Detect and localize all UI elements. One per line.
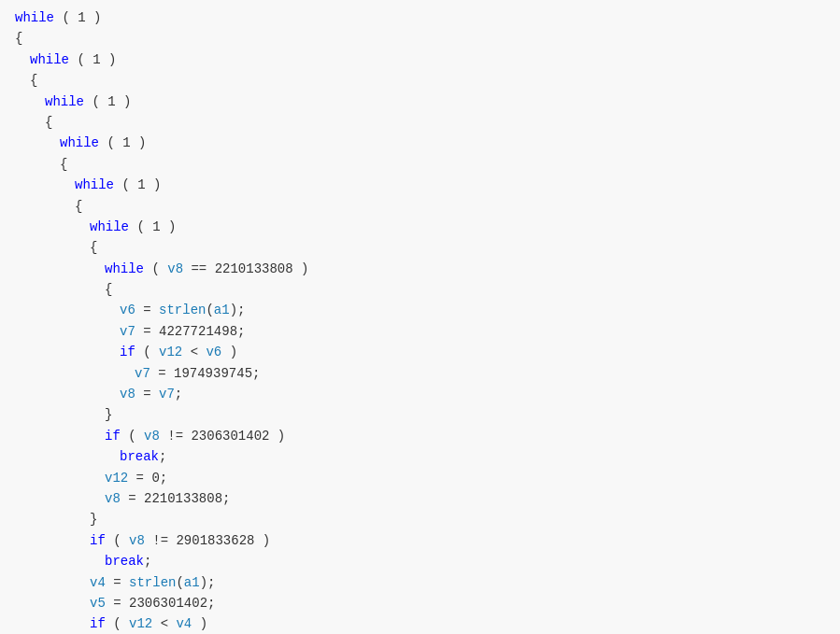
punc-token: = bbox=[106, 572, 129, 593]
table-row: v8 = 2210133808; bbox=[0, 488, 840, 509]
var-token: a1 bbox=[184, 572, 200, 593]
table-row: { bbox=[0, 70, 840, 91]
table-row: if ( v12 < v4 ) bbox=[0, 613, 840, 634]
var-token: v6 bbox=[206, 342, 221, 362]
kw-token: while bbox=[30, 49, 69, 70]
punc-token: ) bbox=[221, 342, 237, 362]
var-token: v8 bbox=[129, 530, 145, 551]
var-token: v12 bbox=[129, 613, 152, 634]
kw-token: while bbox=[75, 175, 114, 195]
punc-token: = 2306301402; bbox=[106, 593, 216, 613]
punc-token: = 1974939745; bbox=[150, 363, 261, 384]
punc-token: { bbox=[45, 112, 52, 133]
table-row: v4 = strlen(a1); bbox=[0, 572, 840, 593]
punc-token: { bbox=[105, 279, 112, 300]
func-token: strlen bbox=[129, 572, 176, 593]
kw-token: while bbox=[60, 133, 99, 153]
punc-token: ( bbox=[206, 300, 213, 320]
punc-token: ( bbox=[144, 259, 167, 279]
punc-token: ) bbox=[192, 613, 207, 634]
kw-token: while bbox=[105, 259, 144, 279]
punc-token: = 0; bbox=[128, 468, 167, 488]
punc-token: ( 1 ) bbox=[129, 217, 176, 237]
punc-token: ); bbox=[200, 572, 216, 593]
var-token: v7 bbox=[159, 384, 175, 404]
punc-token: = bbox=[135, 384, 159, 404]
var-token: v8 bbox=[144, 426, 160, 446]
var-token: v7 bbox=[135, 363, 150, 384]
punc-token: ( 1 ) bbox=[69, 49, 116, 70]
punc-token: = 4227721498; bbox=[135, 321, 246, 342]
kw-token: while bbox=[90, 217, 129, 237]
punc-token: ( 1 ) bbox=[114, 175, 161, 195]
var-token: v5 bbox=[90, 593, 106, 613]
table-row: while ( 1 ) bbox=[0, 49, 840, 70]
punc-token: ( bbox=[106, 613, 129, 634]
table-row: { bbox=[0, 28, 840, 49]
table-row: { bbox=[0, 112, 840, 133]
var-token: v8 bbox=[105, 488, 121, 509]
table-row: v8 = v7; bbox=[0, 384, 840, 404]
punc-token: ; bbox=[144, 551, 151, 571]
var-token: v7 bbox=[120, 321, 135, 342]
table-row: v6 = strlen(a1); bbox=[0, 300, 840, 320]
punc-token: ; bbox=[175, 384, 182, 404]
punc-token: } bbox=[90, 509, 97, 529]
kw-token: if bbox=[90, 530, 106, 551]
table-row: while ( 1 ) bbox=[0, 175, 840, 195]
kw-token: if bbox=[120, 342, 135, 362]
punc-token: < bbox=[152, 613, 176, 634]
kw-token: while bbox=[15, 7, 54, 28]
punc-token: ( 1 ) bbox=[84, 92, 131, 112]
punc-token: { bbox=[60, 154, 67, 175]
kw-token: while bbox=[45, 92, 84, 112]
var-token: v8 bbox=[120, 384, 135, 404]
func-token: strlen bbox=[159, 300, 206, 320]
punc-token: == 2210133808 ) bbox=[183, 259, 308, 279]
punc-token: ( bbox=[121, 426, 144, 446]
table-row: while ( 1 ) bbox=[0, 133, 840, 153]
punc-token: { bbox=[15, 28, 22, 49]
punc-token: { bbox=[90, 237, 97, 258]
var-token: v4 bbox=[90, 572, 106, 593]
kw-token: if bbox=[105, 426, 121, 446]
punc-token: = 2210133808; bbox=[121, 488, 231, 509]
table-row: { bbox=[0, 237, 840, 258]
table-row: v12 = 0; bbox=[0, 468, 840, 488]
punc-token: { bbox=[75, 196, 82, 217]
punc-token: ( 1 ) bbox=[99, 133, 146, 153]
punc-token: ); bbox=[230, 300, 246, 320]
var-token: v8 bbox=[167, 259, 183, 279]
punc-token: < bbox=[182, 342, 206, 362]
table-row: } bbox=[0, 404, 840, 425]
var-token: v12 bbox=[105, 468, 128, 488]
var-token: v4 bbox=[176, 613, 192, 634]
punc-token: ( bbox=[135, 342, 159, 362]
punc-token: ( 1 ) bbox=[54, 7, 101, 28]
var-token: a1 bbox=[214, 300, 230, 320]
table-row: v5 = 2306301402; bbox=[0, 593, 840, 613]
punc-token: ; bbox=[159, 446, 166, 467]
table-row: if ( v8 != 2306301402 ) bbox=[0, 426, 840, 446]
var-token: v6 bbox=[120, 300, 135, 320]
punc-token: != 2306301402 ) bbox=[160, 426, 285, 446]
table-row: if ( v8 != 2901833628 ) bbox=[0, 530, 840, 551]
kw-token: break bbox=[120, 446, 159, 467]
table-row: while ( v8 == 2210133808 ) bbox=[0, 259, 840, 279]
var-token: v12 bbox=[159, 342, 182, 362]
table-row: { bbox=[0, 279, 840, 300]
table-row: while ( 1 ) bbox=[0, 92, 840, 112]
kw-token: break bbox=[105, 551, 144, 571]
table-row: if ( v12 < v6 ) bbox=[0, 342, 840, 362]
table-row: break; bbox=[0, 551, 840, 571]
punc-token: ( bbox=[106, 530, 129, 551]
kw-token: if bbox=[90, 613, 106, 634]
punc-token: { bbox=[30, 70, 37, 91]
table-row: v7 = 4227721498; bbox=[0, 321, 840, 342]
table-row: break; bbox=[0, 446, 840, 467]
code-editor: while ( 1 ){while ( 1 ){while ( 1 ){whil… bbox=[0, 0, 840, 634]
punc-token: ( bbox=[176, 572, 183, 593]
punc-token: = bbox=[135, 300, 159, 320]
punc-token: != 2901833628 ) bbox=[145, 530, 270, 551]
table-row: v7 = 1974939745; bbox=[0, 363, 840, 384]
